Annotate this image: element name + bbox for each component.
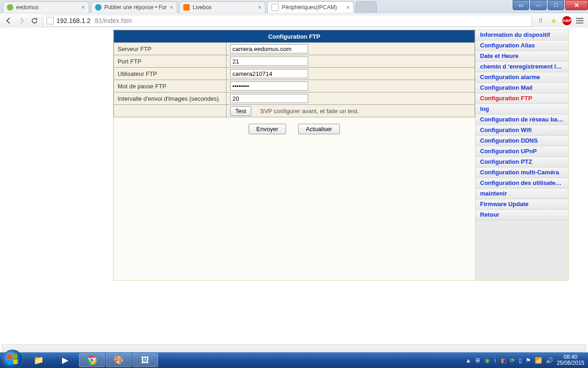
url-host: 192.168.1.2 xyxy=(57,17,90,24)
ftp-pass-label: Mot de passe FTP xyxy=(114,80,226,92)
sidebar-item-ddns[interactable]: Configuration DDNS xyxy=(475,136,568,146)
new-tab-button[interactable] xyxy=(356,1,377,13)
tab-label: Livebox xyxy=(192,4,211,11)
sidebar-item-users[interactable]: Configuration des utilisateurs xyxy=(475,178,568,189)
clock-date: 25/06/2015 xyxy=(557,360,584,366)
tray-app-icon[interactable]: ◉ xyxy=(485,357,490,364)
ftp-pass-input[interactable] xyxy=(230,81,308,91)
ftp-config-table: Configuration FTP Serveur FTP Port FTP U… xyxy=(113,30,475,117)
back-button[interactable] xyxy=(5,17,13,25)
file-icon xyxy=(271,4,279,11)
ftp-interval-input[interactable] xyxy=(230,94,308,103)
folder-icon: 📁 xyxy=(34,355,44,365)
tab-label: Publier une réponse • For xyxy=(104,4,167,11)
ipcam-side-nav: Information du dispositif Configuration … xyxy=(475,30,568,280)
ftp-user-input[interactable] xyxy=(230,69,308,78)
sidebar-item-multicam[interactable]: Configuration multi-Caméra xyxy=(475,167,568,178)
tab-ipcam[interactable]: Périphériques(IPCAM) × xyxy=(267,1,354,13)
tab-publier[interactable]: Publier une réponse • For × xyxy=(91,1,177,13)
url-rest: :81/index.htm xyxy=(93,17,132,24)
ftp-test-button[interactable]: Test xyxy=(230,106,251,116)
tray-wifi-icon[interactable]: 📶 xyxy=(535,357,542,364)
horizontal-scrollbar[interactable] xyxy=(2,344,586,352)
tray-sync-icon[interactable]: ⟳ xyxy=(510,357,515,364)
taskbar-pictures[interactable]: 🖼 xyxy=(132,353,158,367)
ftp-user-label: Utilisateur FTP xyxy=(114,68,226,80)
window-secondary-button[interactable]: ▭ xyxy=(513,0,529,10)
window-close-button[interactable]: ✕ xyxy=(565,0,588,10)
sidebar-item-network-basic[interactable]: Configuration de réseau basique xyxy=(475,115,568,125)
tray-show-hidden-icon[interactable]: ▲ xyxy=(465,357,471,364)
page-viewport: Configuration FTP Serveur FTP Port FTP U… xyxy=(0,28,588,352)
sidebar-item-maintain[interactable]: maintenir xyxy=(475,189,568,199)
taskbar-clock[interactable]: 08:40 25/06/2015 xyxy=(557,354,584,366)
sidebar-item-mail[interactable]: Configuration Mail xyxy=(475,83,568,93)
translate-icon[interactable]: ⠿ xyxy=(537,17,545,25)
sidebar-item-device-info[interactable]: Information du dispositif xyxy=(475,30,568,40)
tab-close-icon[interactable]: × xyxy=(81,4,85,11)
media-icon: ▶ xyxy=(62,355,68,365)
taskbar: 📁 ▶ 🎨 🖼 ▲ ⛨ ◉ ᚼ ◧ ⟳ ▯ ⚑ 📶 🔊 08:40 25/06/… xyxy=(0,352,588,368)
sidebar-item-ftp[interactable]: Configuration FTP xyxy=(475,93,568,104)
sidebar-item-alarm[interactable]: Configuration alarme xyxy=(475,72,568,83)
favicon-icon xyxy=(7,4,13,11)
tray-app2-icon[interactable]: ◧ xyxy=(501,357,506,364)
sidebar-item-datetime[interactable]: Date et Heure xyxy=(475,51,568,62)
ftp-test-hint: SVP configurer avant, et faite un test. xyxy=(260,108,359,115)
bookmark-star-icon[interactable]: ★ xyxy=(549,17,558,25)
picture-icon: 🖼 xyxy=(141,356,149,365)
tab-close-icon[interactable]: × xyxy=(170,4,173,11)
tab-close-icon[interactable]: × xyxy=(258,4,261,11)
ftp-server-label: Serveur FTP xyxy=(114,43,226,55)
tray-flag-icon[interactable]: ⚑ xyxy=(526,357,531,364)
tabs-bar: eedomus × Publier une réponse • For × Li… xyxy=(0,0,588,13)
reload-button[interactable] xyxy=(30,17,39,25)
favicon-icon xyxy=(95,4,102,11)
chrome-icon xyxy=(87,355,97,365)
taskbar-paint[interactable]: 🎨 xyxy=(106,353,131,367)
tab-label: eedomus xyxy=(16,4,39,11)
window-minimize-button[interactable]: — xyxy=(530,0,547,10)
forward-button[interactable] xyxy=(17,17,26,25)
system-tray: ▲ ⛨ ◉ ᚼ ◧ ⟳ ▯ ⚑ 📶 🔊 08:40 25/06/2015 xyxy=(465,354,588,366)
sidebar-item-log[interactable]: log xyxy=(475,104,568,115)
tab-livebox[interactable]: Livebox × xyxy=(179,1,266,13)
tab-close-icon[interactable]: × xyxy=(346,4,350,11)
adblock-icon[interactable]: ABP xyxy=(562,16,571,25)
tray-bluetooth-icon[interactable]: ᚼ xyxy=(493,357,497,364)
submit-button[interactable]: Envoyer xyxy=(249,124,286,134)
sidebar-item-local-record[interactable]: chemin d ‘enregistrement local xyxy=(475,62,568,72)
ipcam-main-panel: Configuration FTP Serveur FTP Port FTP U… xyxy=(113,30,475,280)
sidebar-item-firmware[interactable]: Firmware Update xyxy=(475,199,568,210)
ftp-test-row-label xyxy=(114,105,226,117)
sidebar-item-ptz[interactable]: Configuration PTZ xyxy=(475,157,568,167)
taskbar-explorer[interactable]: 📁 xyxy=(26,353,51,367)
tray-battery-icon[interactable]: ▯ xyxy=(519,357,522,364)
taskbar-media[interactable]: ▶ xyxy=(52,353,78,367)
page-icon xyxy=(46,17,54,24)
sidebar-item-upnp[interactable]: Configuration UPnP xyxy=(475,146,568,157)
tab-eedomus[interactable]: eedomus × xyxy=(3,1,89,13)
ftp-port-input[interactable] xyxy=(230,57,308,66)
paint-icon: 🎨 xyxy=(113,355,124,365)
refresh-button[interactable]: Actualiser xyxy=(298,124,340,134)
address-bar: 192.168.1.2:81/index.htm ⠿ ★ ABP xyxy=(0,13,588,29)
ipcam-frame: Configuration FTP Serveur FTP Port FTP U… xyxy=(113,29,569,281)
tray-volume-icon[interactable]: 🔊 xyxy=(546,357,553,364)
sidebar-item-wifi[interactable]: Configuration Wifi xyxy=(475,125,568,136)
sidebar-item-return[interactable]: Retour xyxy=(475,210,568,220)
browser-chrome: eedomus × Publier une réponse • For × Li… xyxy=(0,0,588,29)
sidebar-item-alias[interactable]: Configuration Alias xyxy=(475,40,568,51)
ftp-button-row: Envoyer Actualiser xyxy=(113,117,475,134)
menu-button[interactable] xyxy=(576,18,583,23)
start-button[interactable] xyxy=(3,350,22,368)
ftp-title: Configuration FTP xyxy=(114,30,475,43)
favicon-icon xyxy=(183,4,190,11)
ftp-server-input[interactable] xyxy=(230,44,308,53)
taskbar-chrome[interactable] xyxy=(79,353,105,367)
url-input[interactable]: 192.168.1.2:81/index.htm xyxy=(43,15,532,27)
window-maximize-button[interactable]: ☐ xyxy=(548,0,564,10)
tray-shield-icon[interactable]: ⛨ xyxy=(475,357,481,364)
tab-label: Périphériques(IPCAM) xyxy=(282,4,337,11)
windows-logo-icon xyxy=(7,354,18,365)
